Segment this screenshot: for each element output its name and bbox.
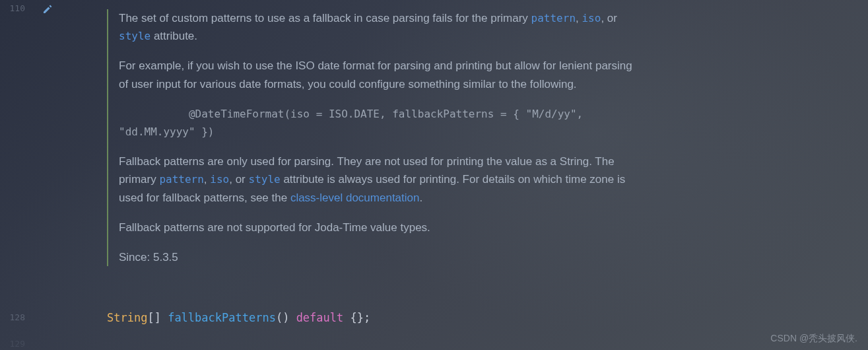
code-ref-style[interactable]: style xyxy=(249,173,281,186)
javadoc-block: The set of custom patterns to use as a f… xyxy=(107,9,635,266)
since-value: 5.3.5 xyxy=(153,251,178,263)
code-ref-pattern[interactable]: pattern xyxy=(159,173,203,186)
doc-text: attribute. xyxy=(150,30,197,42)
content-column: The set of custom patterns to use as a f… xyxy=(61,0,868,350)
gutter-actions xyxy=(32,0,61,350)
doc-text: . xyxy=(419,192,422,204)
doc-text: , or xyxy=(601,12,617,24)
doc-paragraph: Fallback patterns are not supported for … xyxy=(119,219,635,236)
token-brackets: [] xyxy=(147,311,168,324)
doc-paragraph: For example, if you wish to use the ISO … xyxy=(119,57,635,92)
doc-text: , xyxy=(204,173,210,186)
token-keyword: default xyxy=(296,311,351,324)
token-method: fallbackPatterns xyxy=(168,311,276,324)
edit-icon[interactable] xyxy=(42,5,53,17)
line-number: 110 xyxy=(0,1,25,16)
line-gutter: 110 128 129 xyxy=(0,0,32,350)
token-parens: () xyxy=(276,311,296,324)
doc-paragraph: Fallback patterns are only used for pars… xyxy=(119,153,635,207)
doc-since: Since: 5.3.5 xyxy=(119,248,635,266)
code-ref-iso[interactable]: iso xyxy=(210,173,229,186)
doc-link-class-level[interactable]: class-level documentation xyxy=(290,192,420,204)
code-ref-pattern[interactable]: pattern xyxy=(531,12,576,24)
line-number: 129 xyxy=(0,339,32,349)
code-ref-iso[interactable]: iso xyxy=(582,12,601,24)
doc-paragraph: The set of custom patterns to use as a f… xyxy=(119,9,635,45)
doc-text: , or xyxy=(229,173,248,186)
token-braces: {} xyxy=(351,311,364,324)
source-code-line[interactable]: String[] fallbackPatterns() default {}; xyxy=(107,310,370,325)
line-number: 128 xyxy=(0,312,32,322)
since-label: Since: xyxy=(119,251,153,263)
code-ref-style[interactable]: style xyxy=(119,30,150,42)
doc-code-example: @DateTimeFormat(iso = ISO.DATE, fallback… xyxy=(119,105,635,141)
token-type: String xyxy=(107,311,147,324)
doc-text: The set of custom patterns to use as a f… xyxy=(119,12,531,24)
token-semicolon: ; xyxy=(364,311,370,324)
watermark: CSDN @秃头披风侠. xyxy=(770,333,857,345)
editor-area: 110 128 129 The set of custom patterns t… xyxy=(0,0,868,350)
